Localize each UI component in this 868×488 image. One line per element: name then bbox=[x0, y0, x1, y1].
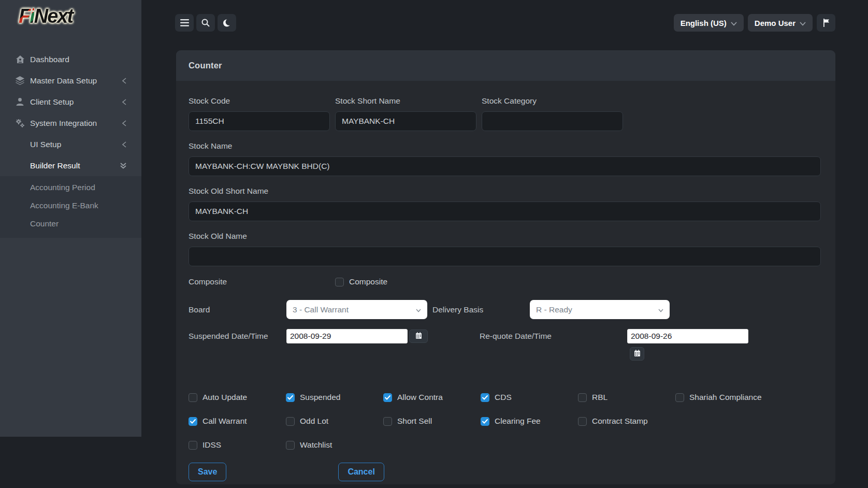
checkbox-box[interactable] bbox=[189, 441, 197, 450]
layers-icon bbox=[15, 75, 25, 86]
requote-date-calendar-button[interactable] bbox=[630, 347, 644, 361]
sidebar-item-builder-result[interactable]: Builder Result bbox=[0, 155, 141, 176]
checkbox-short-sell[interactable]: Short Sell bbox=[383, 417, 481, 426]
sidebar-item-label: UI Setup bbox=[30, 140, 122, 149]
checkbox-call-warrant[interactable]: Call Warrant bbox=[189, 417, 286, 426]
checkbox-idss[interactable]: IDSS bbox=[189, 440, 286, 450]
panel-title: Counter bbox=[176, 50, 835, 81]
board-label: Board bbox=[189, 305, 286, 314]
sidebar-item-accounting-e-bank[interactable]: Accounting E-Bank bbox=[0, 196, 141, 214]
search-icon bbox=[201, 19, 210, 27]
checkbox-allow-contra[interactable]: Allow Contra bbox=[383, 393, 481, 402]
checkbox-auto-update[interactable]: Auto Update bbox=[189, 393, 286, 402]
stock-old-name-input[interactable] bbox=[189, 247, 821, 266]
checkbox-box[interactable] bbox=[189, 393, 197, 402]
calendar-icon bbox=[634, 350, 641, 358]
cancel-button[interactable]: Cancel bbox=[338, 463, 384, 481]
chevron-down-icon bbox=[731, 19, 737, 27]
requote-date-input[interactable] bbox=[627, 329, 748, 343]
checkbox-suspended[interactable]: Suspended bbox=[286, 393, 383, 402]
checkbox-watchlist[interactable]: Watchlist bbox=[286, 440, 383, 450]
user-icon bbox=[15, 96, 25, 107]
checkbox-label: Contract Stamp bbox=[592, 417, 648, 426]
dark-mode-button[interactable] bbox=[218, 14, 236, 32]
search-button[interactable] bbox=[196, 14, 215, 32]
checkbox-box[interactable] bbox=[578, 417, 587, 426]
sidebar-item-counter[interactable]: Counter bbox=[0, 214, 141, 233]
flags-row-3: IDSS Watchlist bbox=[189, 440, 821, 450]
user-dropdown[interactable]: Demo User bbox=[748, 14, 813, 32]
checkbox-box[interactable] bbox=[286, 417, 295, 426]
brand-logo-text: FiNext bbox=[19, 5, 73, 27]
requote-date-label: Re-quote Date/Time bbox=[480, 329, 627, 341]
sidebar-item-system-integration[interactable]: System Integration bbox=[0, 112, 141, 134]
checkbox-cds[interactable]: CDS bbox=[481, 393, 578, 402]
sidebar-item-master-data-setup[interactable]: Master Data Setup bbox=[0, 70, 141, 91]
checkbox-label: Short Sell bbox=[397, 417, 432, 426]
checkbox-contract-stamp[interactable]: Contract Stamp bbox=[578, 417, 675, 426]
checkbox-box[interactable] bbox=[286, 441, 295, 450]
brand-logo[interactable]: FiNext bbox=[0, 0, 141, 34]
suspended-date-calendar-button[interactable] bbox=[409, 329, 428, 343]
flags-row-2: Call Warrant Odd Lot Short Sell Cle bbox=[189, 417, 821, 426]
hamburger-icon bbox=[180, 19, 189, 26]
checkbox-label: IDSS bbox=[202, 440, 221, 450]
user-dropdown-label: Demo User bbox=[755, 19, 795, 27]
checkbox-box[interactable] bbox=[383, 417, 392, 426]
save-button[interactable]: Save bbox=[189, 463, 226, 481]
checkbox-composite[interactable]: Composite bbox=[335, 277, 387, 286]
stock-name-input[interactable] bbox=[189, 156, 821, 176]
board-select[interactable]: 3 - Call Warrant bbox=[286, 300, 427, 319]
sidebar-nav: Dashboard Master Data Setup Client Setup bbox=[0, 49, 141, 238]
counter-panel: Counter Stock Code Stock Short Name Stoc… bbox=[176, 50, 835, 484]
sidebar-item-label: Builder Result bbox=[30, 161, 120, 170]
checkbox-box[interactable] bbox=[383, 393, 392, 402]
checkbox-label: Suspended bbox=[300, 393, 340, 402]
chevron-left-icon bbox=[122, 120, 127, 126]
checkbox-box[interactable] bbox=[578, 393, 587, 402]
chevron-left-icon bbox=[122, 99, 127, 105]
language-dropdown-label: English (US) bbox=[681, 19, 727, 27]
flag-button[interactable] bbox=[817, 14, 835, 32]
menu-toggle-button[interactable] bbox=[175, 14, 194, 32]
checkbox-label: RBL bbox=[592, 393, 607, 402]
checkbox-box[interactable] bbox=[481, 393, 489, 402]
checkbox-rbl[interactable]: RBL bbox=[578, 393, 675, 402]
stock-short-name-input[interactable] bbox=[335, 111, 476, 131]
sidebar-item-ui-setup[interactable]: UI Setup bbox=[0, 134, 141, 155]
board-select-value: 3 - Call Warrant bbox=[293, 305, 349, 314]
checkbox-box[interactable] bbox=[189, 417, 197, 426]
checkbox-odd-lot[interactable]: Odd Lot bbox=[286, 417, 383, 426]
moon-icon bbox=[223, 19, 232, 27]
delivery-basis-label: Delivery Basis bbox=[432, 305, 530, 314]
checkbox-clearing-fee[interactable]: Clearing Fee bbox=[481, 417, 578, 426]
delivery-basis-select[interactable]: R - Ready bbox=[530, 300, 670, 319]
checkbox-box[interactable] bbox=[675, 393, 684, 402]
language-dropdown[interactable]: English (US) bbox=[674, 14, 744, 32]
checkbox-shariah-compliance[interactable]: Shariah Compliance bbox=[675, 393, 773, 402]
checkbox-label: Clearing Fee bbox=[495, 417, 541, 426]
sidebar-item-label: Client Setup bbox=[30, 97, 122, 107]
chevron-down-icon bbox=[416, 305, 421, 314]
composite-checkbox-box[interactable] bbox=[335, 278, 344, 286]
checkbox-label: Watchlist bbox=[300, 440, 332, 450]
sidebar: FiNext Dashboard Master Data Setup bbox=[0, 0, 141, 437]
chevron-down-icon bbox=[658, 305, 663, 314]
checkbox-label: Shariah Compliance bbox=[689, 393, 762, 402]
sidebar-item-client-setup[interactable]: Client Setup bbox=[0, 91, 141, 112]
composite-checkbox-label: Composite bbox=[349, 277, 387, 286]
flag-icon bbox=[822, 19, 830, 27]
flags-section: Auto Update Suspended Allow Contra bbox=[189, 393, 821, 450]
stock-category-input[interactable] bbox=[482, 111, 623, 131]
counter-form: Stock Code Stock Short Name Stock Catego… bbox=[176, 81, 835, 481]
stock-code-label: Stock Code bbox=[189, 96, 330, 106]
sidebar-item-dashboard[interactable]: Dashboard bbox=[0, 49, 141, 70]
composite-row-label: Composite bbox=[189, 277, 335, 286]
stock-old-short-name-input[interactable] bbox=[189, 202, 821, 221]
sidebar-item-accounting-period[interactable]: Accounting Period bbox=[0, 178, 141, 196]
stock-code-input[interactable] bbox=[189, 111, 330, 131]
checkbox-box[interactable] bbox=[286, 393, 295, 402]
suspended-date-input[interactable] bbox=[286, 329, 408, 343]
checkbox-box[interactable] bbox=[481, 417, 489, 426]
sidebar-item-label: Master Data Setup bbox=[30, 76, 122, 85]
